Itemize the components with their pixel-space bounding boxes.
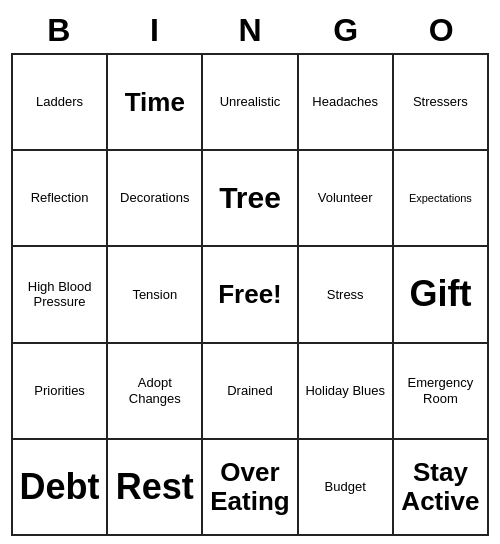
cell-text: Reflection [31,190,89,206]
header-letter: N [202,8,298,53]
header-letter: I [107,8,203,53]
cell-r0-c0: Ladders [13,55,108,151]
cell-text: Priorities [34,383,85,399]
cell-text: Unrealistic [220,94,281,110]
cell-text: Rest [116,466,194,508]
cell-text: Free! [218,280,282,309]
cell-text: Ladders [36,94,83,110]
cell-text: Debt [20,466,100,508]
cell-text: Emergency Room [398,375,483,406]
cell-r1-c4: Expectations [394,151,489,247]
cell-r1-c0: Reflection [13,151,108,247]
cell-r0-c3: Headaches [299,55,394,151]
header-letter: G [298,8,394,53]
cell-r2-c2: Free! [203,247,298,343]
cell-r4-c3: Budget [299,440,394,536]
cell-r3-c1: Adopt Changes [108,344,203,440]
bingo-header: BINGO [11,8,489,53]
cell-text: Stress [327,287,364,303]
bingo-grid: LaddersTimeUnrealisticHeadachesStressers… [11,53,489,536]
cell-text: Stay Active [398,458,483,515]
cell-text: Over Eating [207,458,292,515]
cell-text: Stressers [413,94,468,110]
cell-r3-c3: Holiday Blues [299,344,394,440]
cell-text: Holiday Blues [305,383,385,399]
cell-r1-c1: Decorations [108,151,203,247]
cell-text: Budget [325,479,366,495]
cell-r3-c2: Drained [203,344,298,440]
cell-r0-c1: Time [108,55,203,151]
cell-r2-c0: High Blood Pressure [13,247,108,343]
cell-text: Drained [227,383,273,399]
cell-r3-c0: Priorities [13,344,108,440]
cell-text: Decorations [120,190,189,206]
cell-r3-c4: Emergency Room [394,344,489,440]
cell-r0-c2: Unrealistic [203,55,298,151]
cell-text: High Blood Pressure [17,279,102,310]
cell-text: Tension [132,287,177,303]
cell-r4-c2: Over Eating [203,440,298,536]
header-letter: B [11,8,107,53]
cell-text: Tree [219,181,281,215]
cell-r4-c4: Stay Active [394,440,489,536]
cell-r4-c1: Rest [108,440,203,536]
cell-text: Adopt Changes [112,375,197,406]
header-letter: O [393,8,489,53]
cell-r0-c4: Stressers [394,55,489,151]
cell-text: Headaches [312,94,378,110]
cell-r4-c0: Debt [13,440,108,536]
cell-r2-c3: Stress [299,247,394,343]
cell-r2-c1: Tension [108,247,203,343]
cell-text: Time [125,88,185,117]
cell-r1-c3: Volunteer [299,151,394,247]
cell-text: Gift [409,273,471,315]
cell-text: Expectations [409,192,472,205]
cell-r1-c2: Tree [203,151,298,247]
cell-text: Volunteer [318,190,373,206]
cell-r2-c4: Gift [394,247,489,343]
